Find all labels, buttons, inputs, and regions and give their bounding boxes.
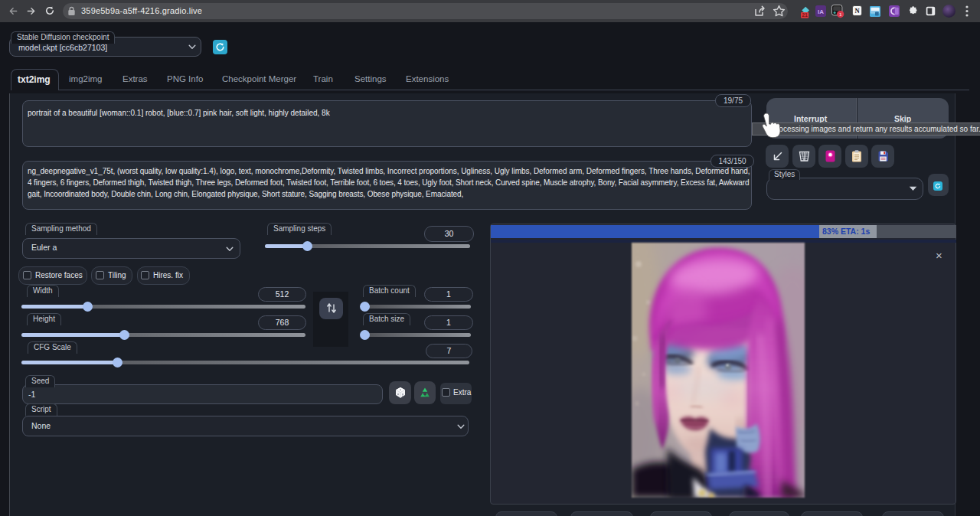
- svg-text:IA: IA: [818, 8, 824, 15]
- svg-text:N: N: [854, 7, 860, 15]
- svg-text:1: 1: [839, 11, 842, 17]
- svg-text:21: 21: [802, 12, 808, 18]
